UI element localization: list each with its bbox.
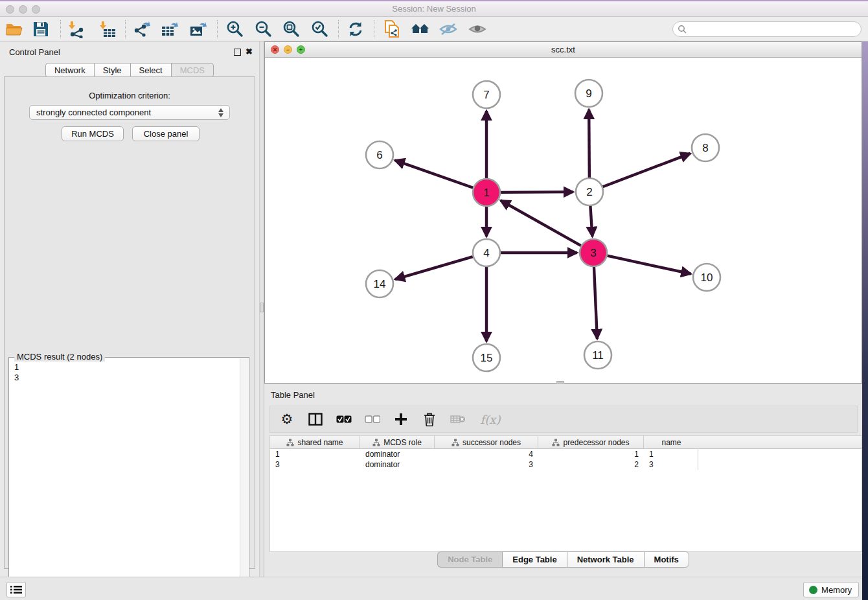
column-header-predecessor-nodes[interactable]: predecessor nodes (538, 436, 644, 448)
graph-node-3[interactable]: 3 (580, 239, 607, 266)
tab-mcds[interactable]: MCDS (171, 63, 214, 78)
hide-selected-button[interactable] (437, 19, 459, 40)
tab-edge-table[interactable]: Edge Table (502, 551, 566, 568)
zoom-in-button[interactable] (223, 19, 246, 40)
zoom-in-icon (225, 20, 244, 38)
first-neighbors-button[interactable] (381, 19, 403, 40)
export-image-button[interactable] (187, 19, 209, 40)
delete-column-button[interactable] (420, 410, 439, 428)
network-window-titlebar[interactable]: ✕ − + scc.txt (265, 42, 862, 58)
graph-node-10[interactable]: 10 (693, 264, 720, 291)
tab-network-table[interactable]: Network Table (567, 551, 644, 568)
edge-2-3[interactable] (590, 206, 592, 237)
node-label: 14 (374, 278, 386, 290)
graph-node-1[interactable]: 1 (473, 179, 500, 206)
open-folder-icon (5, 21, 23, 37)
window-zoom-icon[interactable] (32, 5, 40, 14)
open-session-button[interactable] (3, 19, 25, 40)
result-scrollbar[interactable] (240, 358, 248, 599)
graph-node-2[interactable]: 2 (576, 178, 603, 205)
minimize-window-icon[interactable]: − (284, 45, 292, 54)
desktop-background (862, 41, 868, 600)
refresh-view-button[interactable] (345, 19, 367, 40)
zoom-out-button[interactable] (252, 19, 274, 40)
split-panel-button[interactable] (306, 410, 325, 428)
graph-node-6[interactable]: 6 (366, 141, 393, 168)
table-settings-button[interactable]: ⚙ (278, 410, 296, 428)
close-window-icon[interactable]: ✕ (271, 45, 279, 54)
table-row[interactable]: 3dominator323 (270, 459, 862, 470)
float-panel-icon[interactable] (234, 49, 241, 56)
show-all-button[interactable] (466, 19, 488, 40)
edge-3-10[interactable] (607, 256, 691, 274)
column-type-icon (372, 439, 380, 446)
fx-icon: f(x) (481, 413, 501, 426)
tab-style[interactable]: Style (94, 63, 130, 78)
edge-1-2[interactable] (501, 192, 573, 192)
search-field[interactable] (672, 21, 862, 37)
column-type-icon (552, 439, 560, 446)
edge-4-14[interactable] (395, 257, 473, 279)
criterion-select[interactable]: strongly connected component (29, 105, 230, 120)
mcds-pane: Optimization criterion: strongly connect… (4, 76, 255, 569)
graph-node-11[interactable]: 11 (584, 341, 611, 369)
mcds-result-list[interactable]: 1 3 (14, 362, 19, 383)
zoom-selected-button[interactable] (308, 19, 330, 40)
run-mcds-button[interactable]: Run MCDS (62, 126, 124, 141)
column-header-successor-nodes[interactable]: successor nodes (435, 436, 538, 448)
control-panel-title: Control Panel (9, 47, 60, 57)
graph-node-15[interactable]: 15 (473, 344, 500, 371)
export-table-button[interactable] (159, 19, 181, 40)
table-cell: dominator (360, 449, 435, 459)
add-column-button[interactable] (392, 410, 410, 428)
import-table-button[interactable] (97, 19, 119, 40)
graph-node-8[interactable]: 8 (692, 134, 719, 161)
edge-3-11[interactable] (594, 267, 597, 339)
zoom-fit-button[interactable] (280, 19, 302, 40)
edge-3-1[interactable] (501, 200, 581, 246)
window-close-icon[interactable] (6, 5, 14, 14)
tab-motifs[interactable]: Motifs (644, 551, 689, 568)
home-view-button[interactable] (409, 19, 431, 40)
function-builder-button[interactable]: f(x) (477, 410, 503, 428)
delete-table-button[interactable] (449, 410, 467, 428)
deselect-all-button[interactable] (363, 410, 382, 428)
table-row[interactable]: 1dominator411 (270, 449, 862, 459)
refresh-icon (347, 20, 365, 38)
export-table-icon (161, 20, 179, 38)
network-canvas[interactable]: 7968124314101511 (265, 58, 862, 383)
edge-1-6[interactable] (395, 160, 474, 187)
edge-2-8[interactable] (603, 154, 691, 187)
import-network-button[interactable] (65, 19, 87, 40)
graph-node-4[interactable]: 4 (473, 239, 500, 266)
tab-network[interactable]: Network (45, 63, 94, 78)
search-input[interactable] (687, 23, 861, 36)
column-header-name[interactable]: name (644, 436, 699, 448)
close-panel-button[interactable]: Close panel (132, 126, 200, 141)
window-minimize-icon[interactable] (19, 5, 27, 14)
graph-node-14[interactable]: 14 (366, 270, 393, 297)
delete-table-icon (450, 414, 466, 424)
memory-button[interactable]: Memory (803, 582, 859, 597)
column-header-shared-name[interactable]: shared name (270, 436, 360, 448)
column-header-mcds-role[interactable]: MCDS role (360, 436, 435, 448)
node-table: shared name MCDS role successor nodes pr… (269, 435, 862, 552)
graph-node-7[interactable]: 7 (473, 81, 500, 108)
graph-node-9[interactable]: 9 (575, 80, 602, 107)
close-panel-icon[interactable]: ✖ (246, 47, 253, 57)
tab-select[interactable]: Select (130, 63, 171, 78)
splitter-grip-icon[interactable] (260, 303, 264, 312)
network-graph[interactable]: 7968124314101511 (265, 58, 862, 383)
window-resize-grip[interactable] (556, 381, 564, 384)
export-network-button[interactable] (130, 19, 152, 40)
task-history-button[interactable] (6, 582, 26, 597)
select-all-button[interactable] (335, 410, 353, 428)
edge-2-9[interactable] (589, 110, 589, 178)
table-cell: 4 (435, 449, 538, 459)
tab-node-table[interactable]: Node Table (437, 551, 502, 568)
panel-splitter[interactable] (259, 41, 264, 577)
node-label: 1 (483, 187, 489, 199)
save-session-button[interactable] (30, 19, 52, 40)
zoom-window-icon[interactable]: + (297, 45, 305, 54)
zoom-selected-icon (310, 20, 328, 38)
